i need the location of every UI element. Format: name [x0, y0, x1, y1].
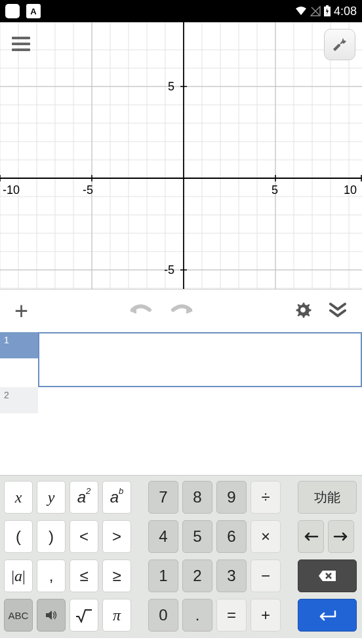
sqrt-icon	[75, 607, 93, 623]
svg-text:5: 5	[272, 183, 278, 197]
key-left-arrow[interactable]	[298, 520, 324, 553]
key-multiply[interactable]: ×	[251, 520, 281, 553]
key-lt[interactable]: <	[70, 520, 98, 553]
key-plus[interactable]: +	[251, 599, 281, 632]
key-2[interactable]: 2	[182, 559, 212, 592]
key-backspace[interactable]	[298, 559, 357, 592]
key-functions[interactable]: 功能	[298, 481, 357, 514]
expression-index: 1	[0, 332, 38, 358]
key-0[interactable]: 0	[148, 599, 178, 632]
key-equals[interactable]: =	[216, 599, 247, 632]
redo-icon	[169, 301, 195, 318]
status-bar: A 4:08	[0, 0, 362, 22]
key-abc[interactable]: ABC	[4, 599, 33, 632]
key-comma[interactable]: ,	[37, 559, 66, 592]
ime-indicator: A	[26, 4, 41, 18]
svg-text:10: 10	[344, 183, 357, 197]
tools-button[interactable]	[324, 29, 355, 60]
expression-index: 2	[0, 387, 38, 413]
svg-rect-2	[326, 5, 329, 7]
expression-row-1[interactable]: 1	[0, 332, 362, 387]
app-icon	[5, 4, 20, 18]
svg-text:-5: -5	[164, 263, 174, 276]
svg-text:5: 5	[168, 80, 174, 93]
key-4[interactable]: 4	[148, 520, 178, 553]
coordinate-grid: -10 -5 5 10 5 -5	[0, 22, 362, 289]
chevron-double-down-icon	[328, 301, 348, 318]
arrow-left-icon	[303, 532, 319, 541]
settings-button[interactable]	[289, 301, 317, 322]
key-7[interactable]: 7	[148, 481, 178, 514]
input-toolbar: +	[0, 289, 362, 332]
key-8[interactable]: 8	[182, 481, 212, 514]
math-keyboard: x y a2 ab 7 8 9 ÷ 功能 ( ) < > 4 5 6 × |a|…	[0, 475, 362, 638]
expression-list: 1 2	[0, 332, 362, 413]
battery-icon	[323, 5, 331, 17]
clock: 4:08	[334, 5, 357, 18]
graph-canvas[interactable]: -10 -5 5 10 5 -5	[0, 22, 362, 289]
add-expression-button[interactable]: +	[9, 297, 33, 325]
blank-area	[0, 413, 362, 475]
key-audio[interactable]	[37, 599, 66, 632]
key-6[interactable]: 6	[216, 520, 247, 553]
key-pi[interactable]: π	[102, 599, 131, 632]
key-y[interactable]: y	[37, 481, 66, 514]
collapse-button[interactable]	[323, 301, 353, 321]
menu-button[interactable]	[12, 37, 30, 54]
wifi-icon	[294, 6, 308, 16]
key-lparen[interactable]: (	[4, 520, 33, 553]
enter-icon	[315, 609, 339, 622]
svg-text:-10: -10	[3, 183, 20, 197]
backspace-icon	[317, 569, 337, 582]
undo-icon	[127, 301, 153, 318]
redo-button[interactable]	[164, 301, 201, 321]
key-sqrt[interactable]	[70, 599, 98, 632]
expression-row-2[interactable]	[38, 387, 362, 413]
key-x[interactable]: x	[4, 481, 33, 514]
signal-icon	[310, 6, 321, 16]
key-5[interactable]: 5	[182, 520, 212, 553]
key-power[interactable]: ab	[102, 481, 131, 514]
wrench-icon	[331, 36, 348, 53]
key-square[interactable]: a2	[70, 481, 98, 514]
key-3[interactable]: 3	[216, 559, 247, 592]
key-1[interactable]: 1	[148, 559, 178, 592]
key-minus[interactable]: −	[251, 559, 281, 592]
key-abs[interactable]: |a|	[4, 559, 33, 592]
svg-text:-5: -5	[83, 183, 93, 197]
key-rparen[interactable]: )	[37, 520, 66, 553]
key-right-arrow[interactable]	[328, 520, 354, 553]
expression-input[interactable]	[38, 332, 362, 387]
arrow-right-icon	[333, 532, 349, 541]
key-dot[interactable]: .	[182, 599, 212, 632]
key-divide[interactable]: ÷	[251, 481, 281, 514]
key-ge[interactable]: ≥	[102, 559, 131, 592]
key-9[interactable]: 9	[216, 481, 247, 514]
key-gt[interactable]: >	[102, 520, 131, 553]
key-enter[interactable]	[298, 599, 357, 632]
key-le[interactable]: ≤	[70, 559, 98, 592]
speaker-icon	[45, 609, 58, 621]
undo-button[interactable]	[122, 301, 159, 321]
gear-icon	[294, 301, 312, 319]
